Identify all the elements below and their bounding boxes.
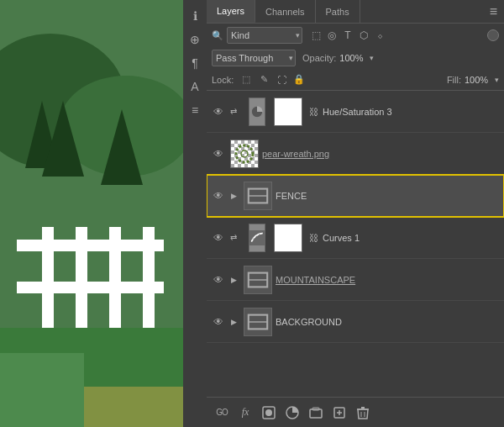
layer-thumb-main xyxy=(274,224,302,252)
search-icon: 🔍 xyxy=(212,30,223,41)
filter-smart-icon[interactable]: ⬦ xyxy=(373,29,386,42)
lock-pixels-icon[interactable]: ⬚ xyxy=(239,72,254,87)
layer-row-fence[interactable]: 👁 ▶ FENCE xyxy=(207,175,504,217)
layers-list: 👁 ⇄ ⛓ Hue/Saturation 3 👁 xyxy=(207,91,504,397)
svg-rect-13 xyxy=(0,353,84,427)
filter-row: 🔍 Kind Name Effect ⬚ ◎ T ⬡ ⬦ xyxy=(207,24,504,47)
layer-name: FENCE xyxy=(276,191,501,201)
expand-icon[interactable]: ▶ xyxy=(227,189,240,203)
menu-icon[interactable]: ≡ xyxy=(186,101,204,119)
filter-adjust-icon[interactable]: ◎ xyxy=(325,29,339,42)
lock-all-icon[interactable]: 🔒 xyxy=(291,72,307,87)
layer-thumb xyxy=(230,140,259,168)
fill-label: Fill: xyxy=(447,75,461,85)
lock-icons: ⬚ ✎ ⛶ 🔒 xyxy=(239,72,307,87)
svg-point-17 xyxy=(241,150,248,157)
filter-select-wrapper: Kind Name Effect xyxy=(227,27,302,44)
layer-row[interactable]: 👁 ⇄ ⛓ Curves 1 xyxy=(207,217,504,259)
opacity-dropdown-icon[interactable]: ▾ xyxy=(370,54,374,62)
layer-row[interactable]: 👁 pear-wreath.png xyxy=(207,133,504,175)
filter-type-icon[interactable]: T xyxy=(341,29,354,42)
panel-tabs: Layers Channels Paths xyxy=(207,0,483,23)
blend-row: Pass Through Normal Multiply Screen Opac… xyxy=(207,47,504,69)
layer-name: BACKGROUND xyxy=(276,317,501,327)
fill-dropdown-icon[interactable]: ▾ xyxy=(495,76,499,84)
layer-name: Hue/Saturation 3 xyxy=(323,107,501,117)
delete-layer-icon[interactable] xyxy=(354,404,371,421)
eye-icon[interactable]: 👁 xyxy=(210,145,227,162)
canvas-area xyxy=(0,0,183,427)
layer-row[interactable]: 👁 ▶ MOUNTAINSCAPE xyxy=(207,259,504,301)
layer-extra-icons: ⇄ xyxy=(227,105,240,119)
layer-chain-icon[interactable]: ⛓ xyxy=(307,224,319,252)
filter-select[interactable]: Kind Name Effect xyxy=(227,27,302,44)
filter-icons: ⬚ ◎ T ⬡ ⬦ xyxy=(309,29,386,42)
toolbar: ℹ ⊕ ¶ A ≡ xyxy=(183,0,207,427)
text-icon[interactable]: A xyxy=(186,77,204,96)
svg-rect-11 xyxy=(17,282,164,293)
eye-icon[interactable]: 👁 xyxy=(210,229,227,246)
add-adjustment-icon[interactable] xyxy=(284,404,301,421)
layer-name: MOUNTAINSCAPE xyxy=(276,275,501,285)
filter-pixel-icon[interactable]: ⬚ xyxy=(309,29,323,42)
layer-row[interactable]: 👁 ▶ BACKGROUND xyxy=(207,301,504,343)
type-icon[interactable]: ¶ xyxy=(186,54,204,72)
panel-footer: GO fx xyxy=(207,397,504,427)
panel-header: Layers Channels Paths ≡ xyxy=(207,0,504,24)
link-layers-icon[interactable]: GO xyxy=(213,404,230,421)
opacity-label: Opacity: xyxy=(302,53,336,63)
link-icon[interactable]: ⇄ xyxy=(227,105,240,119)
eye-icon[interactable]: 👁 xyxy=(210,103,227,120)
lock-label: Lock: xyxy=(212,75,234,85)
tab-channels[interactable]: Channels xyxy=(255,0,315,23)
fill-value[interactable]: 100% xyxy=(465,75,491,85)
layer-thumb-mask xyxy=(249,98,265,126)
layers-panel: Layers Channels Paths ≡ 🔍 Kind Name Effe… xyxy=(207,0,504,427)
lock-position-icon[interactable]: ✎ xyxy=(256,72,271,87)
layer-name: Curves 1 xyxy=(323,233,501,243)
opacity-value[interactable]: 100% xyxy=(339,53,366,63)
eye-icon[interactable]: 👁 xyxy=(210,271,227,288)
svg-rect-10 xyxy=(17,240,164,251)
add-mask-icon[interactable] xyxy=(260,404,277,421)
layer-thumb-mask xyxy=(249,224,265,252)
layer-chain-icon[interactable]: ⛓ xyxy=(307,98,319,126)
eye-icon[interactable]: 👁 xyxy=(210,314,227,330)
filter-toggle[interactable] xyxy=(487,29,499,41)
add-layer-icon[interactable] xyxy=(331,404,348,421)
layer-thumb xyxy=(244,308,272,336)
fx-icon[interactable]: fx xyxy=(237,404,254,421)
filter-shape-icon[interactable]: ⬡ xyxy=(357,29,370,42)
tab-paths[interactable]: Paths xyxy=(316,0,360,23)
svg-point-27 xyxy=(265,409,272,416)
lasso-icon[interactable]: ⊕ xyxy=(186,30,204,49)
layer-thumb xyxy=(244,266,272,294)
expand-icon[interactable]: ▶ xyxy=(227,273,240,287)
layer-extra-icons: ⇄ xyxy=(227,231,240,245)
lock-artboard-icon[interactable]: ⛶ xyxy=(274,72,289,87)
eye-icon[interactable]: 👁 xyxy=(210,187,227,204)
svg-rect-14 xyxy=(84,387,183,427)
blend-select-wrapper: Pass Through Normal Multiply Screen xyxy=(212,50,296,66)
tab-layers[interactable]: Layers xyxy=(207,0,255,23)
svg-point-16 xyxy=(236,145,253,162)
add-group-icon[interactable] xyxy=(307,404,324,421)
layer-row[interactable]: 👁 ⇄ ⛓ Hue/Saturation 3 xyxy=(207,91,504,133)
layer-thumb xyxy=(244,182,272,210)
blend-mode-select[interactable]: Pass Through Normal Multiply Screen xyxy=(212,50,296,66)
expand-icon[interactable]: ▶ xyxy=(227,315,240,329)
lock-row: Lock: ⬚ ✎ ⛶ 🔒 Fill: 100% ▾ xyxy=(207,69,504,91)
panel-menu-icon[interactable]: ≡ xyxy=(483,4,504,19)
link-icon[interactable]: ⇄ xyxy=(227,231,240,245)
layer-thumb-main xyxy=(274,98,302,126)
layer-name: pear-wreath.png xyxy=(262,149,501,159)
info-icon[interactable]: ℹ xyxy=(186,7,204,25)
